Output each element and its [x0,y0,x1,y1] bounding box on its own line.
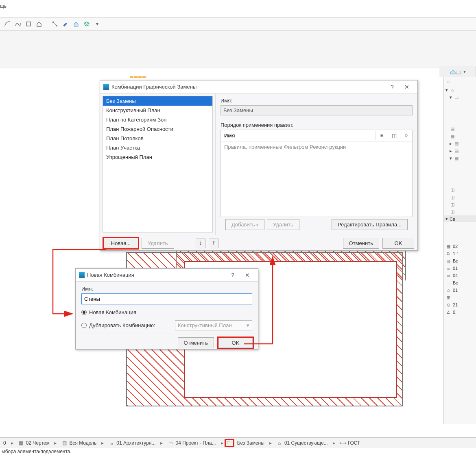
toolbar: ▾ [0,17,476,31]
view-icon: ▭ [168,440,173,446]
list-item[interactable]: Без Замены [103,96,212,106]
tree-icon[interactable]: ⌂ [445,79,451,85]
layer-icon-3[interactable]: ▤ [454,141,459,146]
layer-icon-1[interactable]: ▤ [450,126,455,132]
prop-dim-icon: ⊞ [445,295,451,300]
prop-view-icon: ▭ [445,273,451,278]
list-item[interactable]: План Потолков [103,134,212,143]
radio-duplicate-label: Дублировать Комбинацию: [89,322,155,328]
rules-label: Порядок применения правил: [221,122,413,128]
rules-placeholder: Правила, примененные Фильтром Реконструк… [221,141,412,217]
rules-table: Имя ≡ ◫ ◊ Правила, примененные Фильтром … [221,130,413,217]
duplicate-source-combo[interactable]: Конструктивный План ▾ [175,320,252,330]
dialog1-title: Комбинации Графической Замены [111,84,385,90]
house-tool-icon[interactable] [35,20,43,28]
help-button[interactable]: ? [385,84,400,90]
export-icon-button[interactable]: ⤒ [209,239,218,248]
layer-icon: ▦ [18,440,24,446]
menu-fragment: щь [0,3,7,9]
layer-icon-2[interactable]: ▤ [450,133,455,139]
status-seg-layer[interactable]: ▦02 Чертеж [15,440,53,446]
rules-col-surface-icon[interactable]: ◊ [400,131,412,140]
close-button[interactable]: ✕ [400,84,414,90]
svg-line-3 [53,22,57,26]
close-button[interactable]: ✕ [240,272,255,278]
pen-icon: ⏛ [109,440,114,446]
radio-new-label: Новая Комбинация [89,309,136,315]
section-icon-1[interactable]: ◫ [450,187,455,193]
model-icon: ▥ [61,440,67,446]
status-seg-dim[interactable]: ⟷ГОСТ [337,440,364,446]
node-tool-icon[interactable] [51,20,59,28]
layer-icon-4[interactable]: ▤ [454,148,459,154]
help-button[interactable]: ? [225,272,240,278]
status-seg-penset[interactable]: ⏛01 Архитектурн... [105,440,159,446]
edit-rules-button[interactable]: Редактировать Правила... [332,219,408,230]
dialog1-titlebar: Комбинации Графической Замены ? ✕ [100,80,417,93]
add-rule-button[interactable]: Добавить ▾ [225,219,264,230]
status-bar: 0 ▸ ▦02 Чертеж ▸ ▥Вся Модель ▸ ⏛01 Архит… [0,437,476,448]
light-house-icon[interactable] [72,20,80,28]
list-item[interactable]: Упрощенный План [103,152,212,162]
hint-bar: ыбора элемента/подэлемента. [0,448,73,456]
dialog2-titlebar: Новая Комбинация ? ✕ [76,269,258,282]
prop-scale-icon: ⧉ [445,251,451,256]
chevron-down-icon: ▾ [247,322,249,328]
ok-button[interactable]: OK [382,238,414,249]
paint-tool-icon[interactable] [61,20,70,28]
prop-pen-icon: ⏛ [445,265,451,271]
list-item[interactable]: План Участка [103,143,212,152]
reno-icon: ⌂ [277,440,282,446]
layer-icon-5[interactable]: ▤ [454,155,459,161]
name-field: Без Замены [221,105,413,115]
ok-button[interactable]: OK [218,337,253,348]
status-seg-reno[interactable]: ⌂01 Существующе... [273,440,331,446]
rules-col-fill-icon[interactable]: ◫ [388,131,400,140]
section-icon-4[interactable]: ◫ [450,209,455,215]
props-header: Св [450,217,455,221]
arc-tool-icon[interactable] [3,20,11,28]
prop-override-icon: ⬚ [445,280,451,286]
combinations-list[interactable]: Без Замены Конструктивный План План по К… [103,96,213,232]
view-toggle[interactable]: ▾ [439,66,476,77]
status-seg-override[interactable]: Без Замены [234,440,268,446]
section-icon-2[interactable]: ◫ [450,194,455,200]
cancel-button[interactable]: Отменить [178,337,214,348]
name-label: Имя: [221,98,413,104]
prop-layer-icon: ▦ [445,243,451,249]
radio-duplicate-combination[interactable] [81,323,87,328]
cancel-button[interactable]: Отменить [343,238,379,249]
ribbon-area [0,31,476,67]
status-seg-level[interactable]: 0 [0,440,9,446]
override-icon: ⬚ [227,440,232,446]
stack-icon[interactable] [83,20,91,28]
import-icon-button[interactable]: ⤓ [196,239,205,248]
status-override-icon-highlight[interactable]: ⬚ [225,439,234,447]
list-item[interactable]: План Пожарной Опасности [103,124,212,134]
status-seg-mvo[interactable]: ▭04 Проект - Пла... [164,440,219,446]
delete-rule-button[interactable]: Удалить [267,219,299,230]
list-item[interactable]: Конструктивный План [103,106,212,115]
list-item[interactable]: План по Категориям Зон [103,115,212,124]
prop-angle-icon: ∠ [445,309,451,315]
spline-tool-icon[interactable] [14,20,22,28]
dim-icon: ⟷ [340,440,346,446]
name-label: Имя: [81,286,252,292]
navigator-panel: ⌂ ▾⌂ ▾ ▭ ▤ ▤ ▸ ▤ ▸ ▤ ▾ ▤ ◫ ◫ ◫ ◫ ▾Св ▦02… [443,77,476,424]
section-icon-3[interactable]: ◫ [450,202,455,207]
new-combination-dialog: Новая Комбинация ? ✕ Имя: Новая Комбинац… [75,268,258,350]
rules-col-line-icon[interactable]: ≡ [376,131,388,140]
status-seg-model[interactable]: ▥Вся Модель [58,440,100,446]
dropdown-icon[interactable]: ▾ [93,20,101,28]
app-logo-icon [79,272,85,278]
name-input[interactable] [81,293,252,304]
dialog2-title: Новая Комбинация [87,272,225,278]
graphic-override-combinations-dialog: Комбинации Графической Замены ? ✕ Без За… [100,80,418,251]
new-combination-button[interactable]: Новая... [103,238,138,249]
orange-marker [130,73,151,75]
prop-model-icon: ▥ [445,258,451,264]
radio-new-combination[interactable] [81,310,87,315]
app-logo-icon [103,84,109,90]
square-tool-icon[interactable] [24,20,33,28]
delete-combination-button[interactable]: Удалить [142,238,174,249]
